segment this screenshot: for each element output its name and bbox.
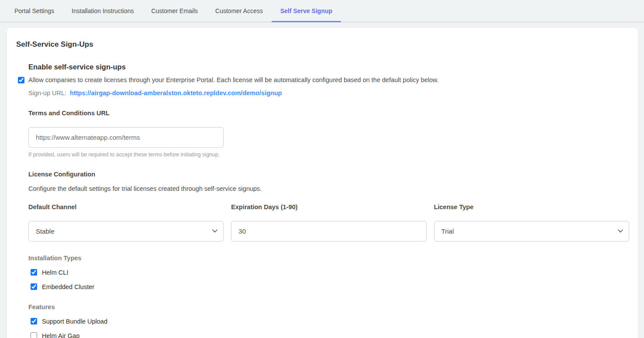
license-type-select[interactable]: Trial — [434, 221, 629, 241]
support-bundle-upload-label: Support Bundle Upload — [42, 318, 107, 325]
terms-url-input[interactable] — [28, 127, 224, 148]
license-configuration-description: Configure the default settings for trial… — [28, 185, 629, 192]
feature-support-bundle-upload[interactable]: Support Bundle Upload — [31, 318, 107, 325]
page-title: Self-Service Sign-Ups — [16, 40, 629, 49]
helm-cli-label: Helm CLI — [42, 269, 68, 276]
enable-signups-heading: Enable self-service sign-ups — [28, 63, 629, 71]
license-type-field: License Type Trial — [434, 203, 629, 241]
tab-customer-emails[interactable]: Customer Emails — [142, 0, 207, 22]
expiration-days-label: Expiration Days (1-90) — [231, 203, 426, 210]
enable-signups-description: Allow companies to create licenses throu… — [28, 76, 439, 85]
installation-types-label: Installation Types — [28, 255, 629, 262]
terms-url-help-text: If provided, users will be required to a… — [28, 152, 629, 158]
feature-helm-air-gap[interactable]: Helm Air Gap — [31, 332, 79, 338]
features-label: Features — [28, 304, 629, 310]
installation-type-helm-cli[interactable]: Helm CLI — [31, 269, 68, 276]
support-bundle-upload-checkbox[interactable] — [31, 318, 37, 324]
tab-bar: Portal Settings Installation Instruction… — [0, 0, 644, 22]
helm-air-gap-checkbox[interactable] — [31, 332, 37, 338]
expiration-days-field: Expiration Days (1-90) — [231, 203, 426, 241]
license-configuration-label: License Configuration — [28, 171, 629, 178]
expiration-days-input[interactable] — [231, 221, 426, 241]
enable-signups-row[interactable]: Allow companies to create licenses throu… — [18, 76, 629, 85]
license-type-label: License Type — [434, 203, 629, 210]
tab-customer-access[interactable]: Customer Access — [207, 0, 272, 22]
tab-portal-settings[interactable]: Portal Settings — [6, 0, 63, 22]
signup-url-line: Sign-up URL: https://airgap-download-amb… — [28, 90, 629, 97]
license-config-fields: Default Channel Stable Expiration Days (… — [28, 203, 629, 241]
tab-installation-instructions[interactable]: Installation Instructions — [63, 0, 142, 22]
installation-types-group: Helm CLI Embedded Cluster — [31, 269, 629, 290]
signup-url-label: Sign-up URL: — [28, 90, 66, 97]
default-channel-label: Default Channel — [28, 203, 224, 210]
embedded-cluster-checkbox[interactable] — [31, 283, 37, 290]
tab-self-serve-signup[interactable]: Self Serve Signup — [272, 0, 341, 22]
helm-cli-checkbox[interactable] — [31, 269, 37, 276]
terms-url-label: Terms and Conditions URL — [28, 110, 629, 117]
helm-air-gap-label: Helm Air Gap — [42, 332, 79, 338]
signup-url-link[interactable]: https://airgap-download-amberalston.okte… — [70, 90, 282, 97]
installation-type-embedded-cluster[interactable]: Embedded Cluster — [31, 283, 94, 290]
enable-signups-checkbox[interactable] — [18, 77, 24, 83]
default-channel-field: Default Channel Stable — [28, 203, 224, 241]
embedded-cluster-label: Embedded Cluster — [42, 283, 94, 290]
features-group: Support Bundle Upload Helm Air Gap — [31, 318, 629, 338]
default-channel-select[interactable]: Stable — [28, 221, 224, 241]
self-serve-signup-panel: Self-Service Sign-Ups Enable self-servic… — [7, 28, 638, 338]
